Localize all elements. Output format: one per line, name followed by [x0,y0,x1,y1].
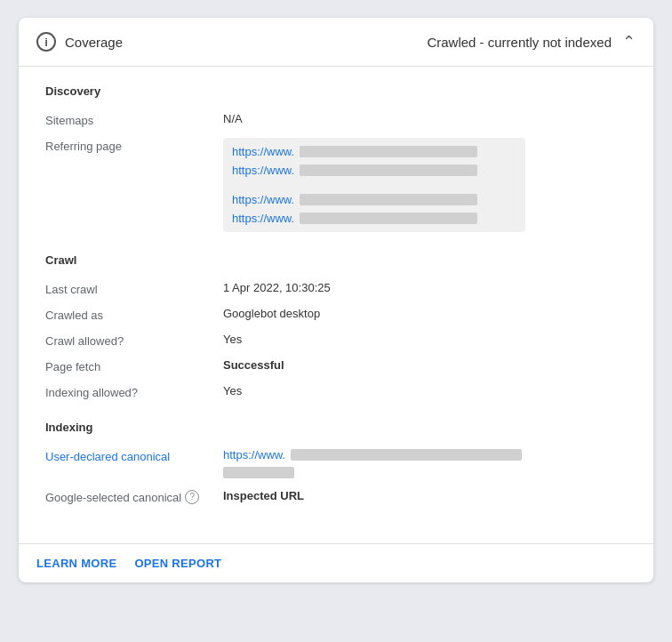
canonical-value-group: https://www. [223,448,627,478]
sitemaps-value: N/A [223,112,627,125]
indexing-allowed-row: Indexing allowed? Yes [45,384,627,399]
google-canonical-label: Google-selected canonical [45,489,181,504]
indexing-allowed-value: Yes [223,384,627,397]
learn-more-button[interactable]: LEARN MORE [36,557,116,570]
url-prefix-3: https://www. [232,193,294,206]
referring-url-row-2: https://www. [232,164,516,177]
card-footer: LEARN MORE OPEN REPORT [19,543,653,582]
discovery-title: Discovery [45,84,627,98]
crawl-title: Crawl [45,253,627,267]
open-report-button[interactable]: OPEN REPORT [134,557,221,570]
last-crawl-label: Last crawl [45,281,223,296]
canonical-url-redacted [291,449,522,461]
crawl-section: Crawl Last crawl 1 Apr 2022, 10:30:25 Cr… [45,253,627,399]
card-body: Discovery Sitemaps N/A Referring page ht… [19,67,653,543]
discovery-section: Discovery Sitemaps N/A Referring page ht… [45,84,627,232]
user-canonical-row: User-declared canonical https://www. [45,448,627,478]
url-redacted-1 [300,146,477,157]
url-prefix-1: https://www. [232,145,294,158]
user-canonical-value: https://www. [223,448,627,478]
card-title: Coverage [65,35,123,50]
last-crawl-row: Last crawl 1 Apr 2022, 10:30:25 [45,281,627,296]
indexing-title: Indexing [45,421,627,434]
crawled-as-row: Crawled as Googlebot desktop [45,307,627,322]
canonical-url-redacted-2 [223,467,294,478]
crawled-as-label: Crawled as [45,307,223,322]
chevron-up-icon[interactable]: ⌃ [622,32,636,52]
page-fetch-row: Page fetch Successful [45,358,627,373]
url-prefix-2: https://www. [232,164,294,177]
url-redacted-2 [300,165,477,176]
crawl-allowed-row: Crawl allowed? Yes [45,333,627,348]
indexing-section: Indexing User-declared canonical https:/… [45,421,627,504]
page-fetch-label: Page fetch [45,358,223,373]
page-fetch-value: Successful [223,358,627,372]
referring-label: Referring page [45,138,223,153]
user-canonical-label[interactable]: User-declared canonical [45,448,223,463]
canonical-url-prefix: https://www. [223,448,285,461]
crawl-allowed-label: Crawl allowed? [45,333,223,348]
info-icon: i [36,32,56,52]
referring-value: https://www. https://www. https://www. [223,138,627,232]
url-prefix-4: https://www. [232,212,294,225]
url-redacted-3 [300,194,477,205]
help-icon[interactable]: ? [185,490,199,504]
header-left: i Coverage [36,32,123,52]
crawl-allowed-value: Yes [223,333,627,346]
canonical-url-line: https://www. [223,448,627,461]
crawled-as-value: Googlebot desktop [223,307,627,320]
coverage-card: i Coverage Crawled - currently not index… [19,18,653,582]
referring-row: Referring page https://www. https://www. [45,138,627,232]
referring-url-row-4: https://www. [232,212,516,225]
sitemaps-label: Sitemaps [45,112,223,127]
google-canonical-row: Google-selected canonical ? Inspected UR… [45,489,627,504]
url-redacted-4 [300,213,477,224]
google-canonical-value: Inspected URL [223,489,627,502]
indexing-allowed-label: Indexing allowed? [45,384,223,399]
referring-url-row-1: https://www. [232,145,516,158]
referring-url-group: https://www. https://www. https://www. [223,138,525,232]
sitemaps-row: Sitemaps N/A [45,112,627,127]
card-header: i Coverage Crawled - currently not index… [19,18,653,67]
last-crawl-value: 1 Apr 2022, 10:30:25 [223,281,627,294]
referring-url-row-3: https://www. [232,193,516,206]
coverage-status: Crawled - currently not indexed [427,35,612,50]
